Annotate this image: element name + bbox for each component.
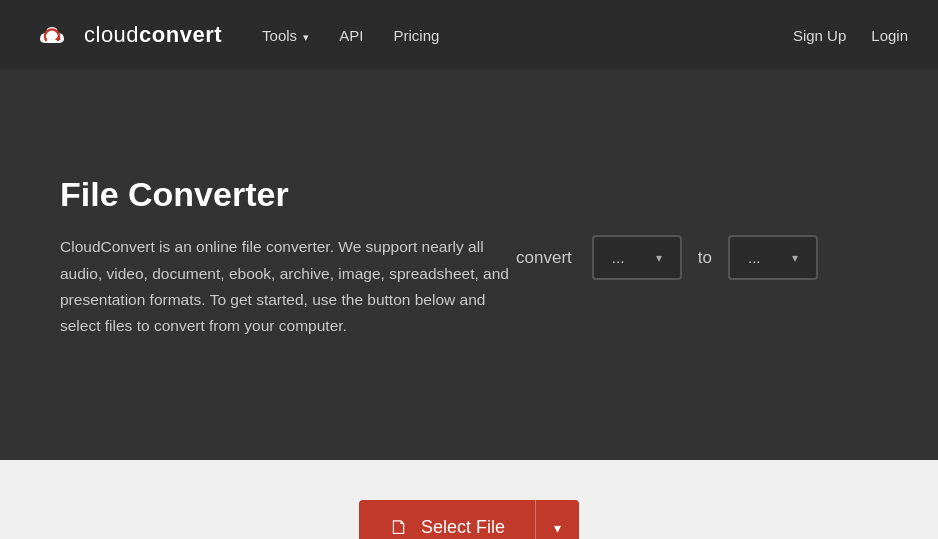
to-label: to [698,248,712,268]
file-icon: 🗋 [389,516,409,539]
nav-auth: Sign Up Login [793,27,908,44]
nav-links: Tools ▾ API Pricing [262,27,793,44]
nav-tools[interactable]: Tools ▾ [262,27,309,44]
to-format-value: ... [748,249,761,266]
cta-section: 🗋 Select File ▾ [0,460,938,539]
select-file-button[interactable]: 🗋 Select File ▾ [359,500,579,539]
from-format-dropdown[interactable]: ... ▾ [592,235,682,280]
brand-name: cloudconvert [84,22,222,48]
nav-signup[interactable]: Sign Up [793,27,846,44]
converter-widget: convert ... ▾ to ... ▾ [516,235,818,280]
nav-login[interactable]: Login [871,27,908,44]
hero-title: File Converter [60,175,516,214]
hero-text-block: File Converter CloudConvert is an online… [60,175,516,339]
select-file-label: Select File [421,517,505,538]
hero-description: CloudConvert is an online file converter… [60,234,516,339]
nav-api[interactable]: API [339,27,363,44]
select-file-chevron-icon[interactable]: ▾ [536,500,579,539]
from-format-value: ... [612,249,625,266]
nav-pricing[interactable]: Pricing [393,27,439,44]
navbar: cloudconvert Tools ▾ API Pricing Sign Up… [0,0,938,70]
logo-icon [30,13,74,57]
to-chevron-icon: ▾ [792,251,798,265]
to-format-dropdown[interactable]: ... ▾ [728,235,818,280]
brand-logo[interactable]: cloudconvert [30,13,222,57]
tools-chevron-icon: ▾ [303,31,309,43]
convert-label: convert [516,248,572,268]
hero-section: File Converter CloudConvert is an online… [0,70,938,460]
select-file-main: 🗋 Select File [359,500,535,539]
from-chevron-icon: ▾ [656,251,662,265]
